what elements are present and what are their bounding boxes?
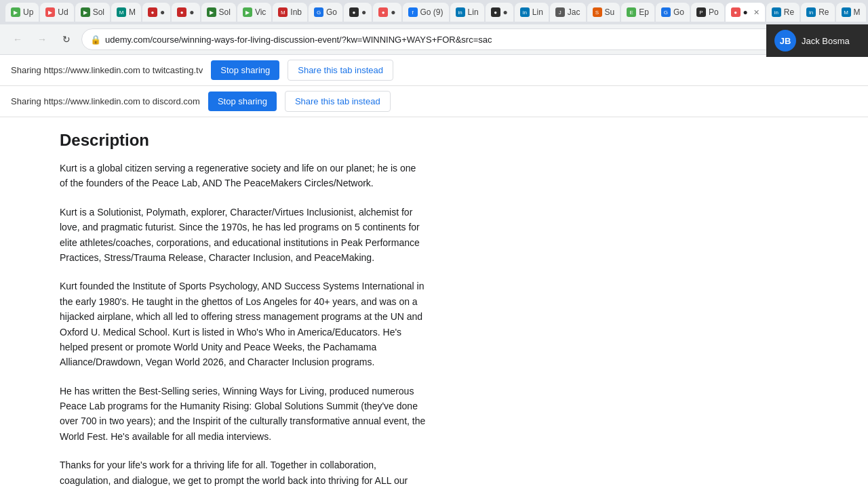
tab-favicon-t9: M — [278, 7, 288, 17]
tab-label-t11: ● — [361, 7, 366, 17]
tab-favicon-t10: G — [314, 7, 323, 17]
avatar: JB — [774, 30, 796, 52]
tab-label-t14: Lin — [468, 7, 479, 17]
tab-close-t22[interactable]: ✕ — [753, 8, 760, 17]
tab-t23[interactable]: inRe — [766, 3, 800, 22]
tab-favicon-t22: ● — [731, 7, 741, 17]
tab-label-t15: ● — [503, 7, 508, 17]
tab-t3[interactable]: ▶Sol — [75, 3, 110, 22]
tab-t6[interactable]: ●● — [172, 3, 199, 22]
tab-bar: ▶Up▶Ud▶SolMM●●●●▶Sol▶VicMInbGGo●●●●fGo (… — [0, 0, 868, 24]
tab-favicon-t16: in — [520, 7, 530, 17]
tab-label-t13: Go (9) — [420, 7, 443, 17]
tab-label-t4: M — [129, 7, 136, 17]
tab-label-t7: Sol — [219, 7, 231, 17]
tab-label-t24: Re — [818, 7, 829, 17]
tab-label-t3: Sol — [93, 7, 104, 17]
tab-label-t22: ● — [743, 7, 748, 17]
tab-t19[interactable]: EEp — [621, 3, 654, 22]
tab-label-t2: Ud — [58, 7, 68, 17]
tab-favicon-t13: f — [408, 7, 418, 17]
tab-label-t16: Lin — [532, 7, 543, 17]
tab-t15[interactable]: ●● — [486, 3, 513, 22]
user-name: Jack Bosma — [802, 36, 850, 46]
tab-favicon-t18: S — [593, 7, 602, 17]
tab-label-t19: Ep — [639, 7, 649, 17]
tab-label-t8: Vic — [255, 7, 266, 17]
tab-t18[interactable]: SSu — [587, 3, 620, 22]
tab-favicon-t6: ● — [177, 7, 186, 17]
tab-label-t25: M — [854, 7, 861, 17]
tab-t1[interactable]: ▶Up — [5, 3, 39, 22]
tab-t9[interactable]: MInb — [273, 3, 307, 22]
browser-chrome: ▶Up▶Ud▶SolMM●●●●▶Sol▶VicMInbGGo●●●●fGo (… — [0, 0, 868, 55]
tab-favicon-t21: P — [696, 7, 706, 17]
tab-t8[interactable]: ▶Vic — [237, 3, 271, 22]
sharing-bar-2-text: Sharing https://www.linkedin.com to disc… — [11, 96, 200, 106]
tab-t22[interactable]: ●●✕ — [726, 3, 765, 22]
user-panel: JB Jack Bosma — [766, 24, 868, 57]
tab-t25[interactable]: MM — [836, 3, 866, 22]
tab-label-t6: ● — [189, 7, 194, 17]
tab-label-t5: ● — [160, 7, 165, 17]
stop-sharing-button-2[interactable]: Stop sharing — [208, 92, 277, 111]
tab-label-t10: Go — [326, 7, 337, 17]
paragraph-1: Kurt is a global citizen serving a regen… — [60, 161, 426, 191]
paragraph-4: He has written the Best-Selling series, … — [60, 384, 426, 445]
lock-icon: 🔒 — [90, 35, 101, 45]
tab-favicon-t3: ▶ — [81, 7, 90, 17]
tab-favicon-t25: M — [842, 7, 851, 17]
sharing-bar-2: Sharing https://www.linkedin.com to disc… — [0, 86, 868, 117]
tab-t4[interactable]: MM — [111, 3, 141, 22]
url-text: udemy.com/course/winning-ways-for-living… — [105, 35, 818, 45]
tab-t24[interactable]: inRe — [801, 3, 834, 22]
tab-label-t21: Po — [709, 7, 719, 17]
tab-favicon-t12: ● — [378, 7, 388, 17]
tab-label-t9: Inb — [290, 7, 302, 17]
tab-favicon-t5: ● — [148, 7, 157, 17]
paragraph-3: Kurt founded the Institute of Sports Psy… — [60, 279, 426, 369]
tab-t11[interactable]: ●● — [344, 3, 372, 22]
tab-label-t20: Go — [673, 7, 684, 17]
tab-favicon-t7: ▶ — [207, 7, 216, 17]
tab-favicon-t19: E — [627, 7, 636, 17]
paragraphs-container: Kurt is a global citizen serving a regen… — [60, 161, 841, 488]
tab-label-t23: Re — [784, 7, 794, 17]
tab-t16[interactable]: inLin — [515, 3, 549, 22]
tab-favicon-t11: ● — [349, 7, 359, 17]
tab-t13[interactable]: fGo (9) — [403, 3, 449, 22]
paragraph-2: Kurt is a Solutionist, Polymath, explore… — [60, 205, 426, 266]
stop-sharing-button-1[interactable]: Stop sharing — [211, 60, 279, 80]
tab-favicon-t14: in — [456, 7, 465, 17]
tab-favicon-t20: G — [661, 7, 671, 17]
tab-t5[interactable]: ●● — [142, 3, 170, 22]
tab-t14[interactable]: inLin — [450, 3, 484, 22]
tab-favicon-t24: in — [806, 7, 816, 17]
description-title: Description — [60, 131, 841, 150]
tab-favicon-t15: ● — [491, 7, 500, 17]
tab-favicon-t23: in — [772, 7, 781, 17]
tab-t12[interactable]: ●● — [373, 3, 401, 22]
tab-t17[interactable]: JJac — [550, 3, 586, 22]
share-tab-button-1[interactable]: Share this tab instead — [288, 60, 393, 81]
tab-t2[interactable]: ▶Ud — [40, 3, 73, 22]
paragraph-5: Thanks for your life's work for a thrivi… — [60, 458, 426, 488]
sharing-bar-1: Sharing https://www.linkedin.com to twit… — [0, 55, 868, 86]
tab-favicon-t8: ▶ — [243, 7, 252, 17]
tab-label-t1: Up — [23, 7, 33, 17]
share-tab-button-2[interactable]: Share this tab instead — [285, 91, 391, 112]
forward-button[interactable]: → — [33, 30, 52, 49]
address-bar[interactable]: 🔒 udemy.com/course/winning-ways-for-livi… — [81, 28, 840, 50]
tab-t21[interactable]: PPo — [691, 3, 724, 22]
tab-favicon-t1: ▶ — [11, 7, 20, 17]
tab-favicon-t17: J — [555, 7, 565, 17]
tab-label-t17: Jac — [568, 7, 580, 17]
address-bar-row: ← → ↻ 🔒 udemy.com/course/winning-ways-fo… — [0, 24, 868, 54]
tab-favicon-t2: ▶ — [45, 7, 55, 17]
tab-t7[interactable]: ▶Sol — [201, 3, 236, 22]
tab-t20[interactable]: GGo — [656, 3, 690, 22]
tab-t10[interactable]: GGo — [309, 3, 342, 22]
tab-favicon-t4: M — [117, 7, 126, 17]
reload-button[interactable]: ↻ — [57, 30, 76, 49]
back-button[interactable]: ← — [8, 30, 27, 49]
